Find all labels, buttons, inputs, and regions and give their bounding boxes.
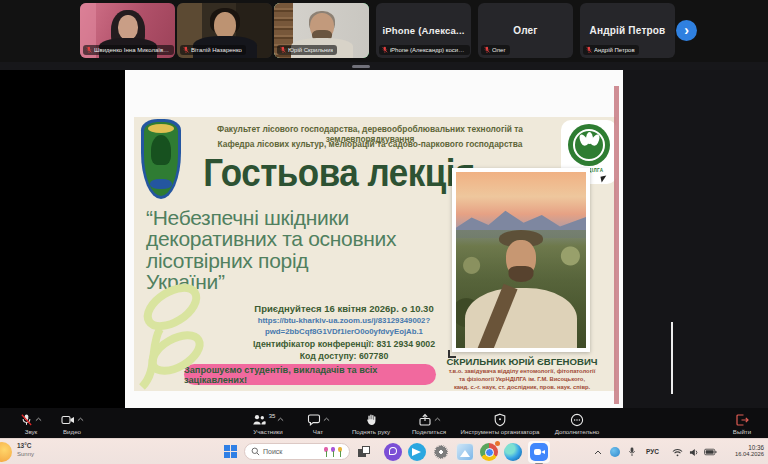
speaker-title-line: канд. с.-г. наук, ст. дослідник, пров. н… xyxy=(440,384,604,390)
video-button[interactable]: Видео xyxy=(52,412,92,435)
raise-hand-button[interactable]: Поднять руку xyxy=(340,412,402,435)
participant-name: iPhone (Александр) косицын xyxy=(390,47,466,53)
participant-name: Андрій Петров xyxy=(594,47,635,53)
photos-app-icon[interactable] xyxy=(456,443,474,461)
participant-name-badge: Юрій Скрильник xyxy=(277,45,337,55)
more-button[interactable]: Дополнительно xyxy=(548,412,606,435)
speaker-title-line: та фізіології УкрНДІЛГА ім. Г.М. Висоцьк… xyxy=(440,376,604,382)
chevron-right-icon: › xyxy=(684,23,689,37)
department-line: Кафедра лісових культур, меліорацій та с… xyxy=(180,139,560,149)
participant-name-badge: Швиденко Інна Миколаївна xyxy=(83,45,174,55)
presenter-cursor xyxy=(600,175,607,182)
speaker-name: СКРИЛЬНИК ЮРІЙ ЄВГЕНОВИЧ xyxy=(440,356,604,367)
windows-taskbar: 13°C Sunny Поиск РУС xyxy=(0,438,768,464)
mic-muted-icon xyxy=(20,413,33,427)
edge-app-icon[interactable] xyxy=(504,443,522,461)
battery-icon[interactable] xyxy=(704,439,717,464)
shared-screen: Факультет лісового господарства, деревоо… xyxy=(125,70,623,408)
zoom-link-line1: https://btu-kharkiv-ua.zoom.us/j/8312934… xyxy=(239,316,449,325)
share-label: Поделиться xyxy=(412,428,446,435)
audio-button[interactable]: Звук xyxy=(12,412,50,435)
participant-name-badge: Олег xyxy=(481,45,510,55)
video-tile-shvydenko[interactable]: Швиденко Інна Миколаївна xyxy=(80,3,175,58)
participant-name: Швиденко Інна Миколаївна xyxy=(94,47,170,53)
audio-tile-iphone[interactable]: iPhone (Алекса... iPhone (Александр) кос… xyxy=(376,3,471,58)
speaker-title-line: т.в.о. завідувача відділу ентомології, ф… xyxy=(440,368,604,374)
chat-label: Чат xyxy=(313,428,323,435)
settings-app-icon[interactable] xyxy=(432,443,450,461)
mic-muted-icon xyxy=(86,46,92,54)
search-placeholder: Поиск xyxy=(263,448,282,455)
wifi-icon[interactable] xyxy=(672,439,683,464)
date: 16.04.2026 xyxy=(726,451,764,457)
search-highlight-tulips-icon xyxy=(323,447,343,457)
chevron-up-icon[interactable] xyxy=(434,417,441,422)
leave-meeting-icon xyxy=(735,413,749,427)
video-tile-skrylnyk-active-speaker[interactable]: Юрій Скрильник xyxy=(274,3,369,58)
speaker-photo xyxy=(452,168,590,352)
share-screen-button[interactable]: Поделиться xyxy=(402,412,456,435)
audio-label: Звук xyxy=(25,428,38,435)
participants-button[interactable]: 35 Участники xyxy=(240,412,296,435)
video-label: Видео xyxy=(63,428,81,435)
mic-muted-icon xyxy=(586,46,592,54)
participant-name-badge: Віталій Назаренко xyxy=(180,45,246,55)
participants-label: Участники xyxy=(253,428,283,435)
tray-overflow-chevron[interactable] xyxy=(594,439,602,464)
video-camera-icon xyxy=(61,413,75,427)
zoom-link-line2: pwd=2bbCqf8G1VDf1ierO0o0yfdvyEojAb.1 xyxy=(239,327,449,336)
participant-name: Юрій Скрильник xyxy=(288,47,333,53)
host-tools-button[interactable]: Инструменты организатора xyxy=(452,412,548,435)
video-tile-nazarenko[interactable]: Віталій Назаренко xyxy=(177,3,272,58)
leave-meeting-button[interactable]: Выйти xyxy=(722,412,762,435)
raise-hand-label: Поднять руку xyxy=(352,428,390,435)
host-tools-label: Инструменты организатора xyxy=(461,428,540,435)
chrome-app-icon[interactable] xyxy=(480,443,498,461)
audio-tile-oleg[interactable]: Олег Олег xyxy=(478,3,573,58)
viber-app-icon[interactable] xyxy=(384,443,402,461)
strip-drag-handle[interactable] xyxy=(352,65,370,68)
language-indicator[interactable]: РУС xyxy=(646,448,659,455)
chat-bubble-icon xyxy=(307,413,321,427)
mic-muted-icon xyxy=(382,46,388,54)
chevron-up-icon[interactable] xyxy=(35,417,42,422)
chevron-up-icon[interactable] xyxy=(323,417,330,422)
raised-hand-icon xyxy=(365,413,378,427)
access-code: Код доступу: 607780 xyxy=(229,351,459,361)
letterbox-right xyxy=(623,70,768,408)
volume-icon[interactable] xyxy=(689,439,699,464)
chat-button[interactable]: Чат xyxy=(300,412,336,435)
participant-name-badge: Андрій Петров xyxy=(583,45,639,55)
weather-sun-icon[interactable] xyxy=(0,442,12,462)
mic-muted-icon xyxy=(484,46,490,54)
faculty-emblem-icon xyxy=(141,119,181,199)
zoom-meeting-window: Швиденко Інна Миколаївна Віталій Назарен… xyxy=(0,0,768,464)
notification-badge xyxy=(495,441,500,446)
zoom-app-icon-active[interactable] xyxy=(528,441,550,463)
chevron-up-icon[interactable] xyxy=(277,417,284,422)
participant-name: Віталій Назаренко xyxy=(191,47,242,53)
leave-label: Выйти xyxy=(733,428,751,435)
task-view-button[interactable] xyxy=(358,446,370,457)
tray-app-icon[interactable] xyxy=(610,439,620,464)
weather-temperature[interactable]: 13°C xyxy=(17,442,32,449)
audio-tile-petrov[interactable]: Андрій Петров Андрій Петров xyxy=(580,3,675,58)
time: 10:36 xyxy=(726,444,764,451)
shield-icon xyxy=(493,413,507,427)
mic-muted-icon xyxy=(183,46,189,54)
taskbar-search-box[interactable]: Поиск xyxy=(244,443,350,460)
more-label: Дополнительно xyxy=(555,428,600,435)
participants-icon xyxy=(252,413,266,427)
ellipsis-icon xyxy=(570,413,584,427)
tray-device-icon[interactable] xyxy=(628,439,636,464)
panel-edge-line xyxy=(671,322,673,394)
weather-condition[interactable]: Sunny xyxy=(17,451,34,457)
next-participants-button[interactable]: › xyxy=(676,20,697,41)
participant-name: Олег xyxy=(492,47,506,53)
windows-start-button[interactable] xyxy=(224,445,237,458)
telegram-app-icon[interactable] xyxy=(408,443,426,461)
chevron-up-icon[interactable] xyxy=(77,417,84,422)
clock[interactable]: 10:36 16.04.2026 xyxy=(726,444,764,457)
participant-name-badge: iPhone (Александр) косицын xyxy=(379,45,470,55)
mic-muted-icon xyxy=(280,46,286,54)
